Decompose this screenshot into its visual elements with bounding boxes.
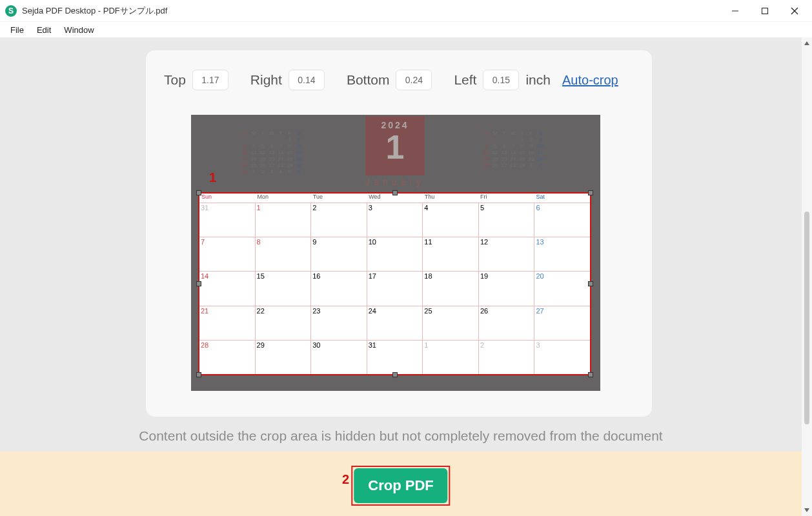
menubar: File Edit Window	[0, 22, 812, 37]
margin-controls: Top Right Bottom Left inch Auto-crop	[164, 70, 634, 90]
top-label: Top	[164, 72, 186, 88]
top-input[interactable]	[192, 70, 228, 90]
crop-help-text: Content outside the crop area is hidden …	[0, 428, 802, 444]
scroll-down-icon[interactable]	[802, 504, 812, 516]
crop-button-highlight: Crop PDF	[351, 466, 450, 506]
action-bar: Crop PDF	[0, 452, 802, 516]
app-icon: S	[5, 5, 17, 17]
crop-pdf-button[interactable]: Crop PDF	[354, 468, 447, 503]
window-controls	[720, 0, 809, 22]
right-label: Right	[250, 72, 282, 88]
vertical-scrollbar[interactable]	[802, 37, 812, 516]
content-area: Top Right Bottom Left inch Auto-crop 202…	[0, 37, 812, 516]
bottom-input[interactable]	[396, 70, 432, 90]
auto-crop-link[interactable]: Auto-crop	[562, 73, 618, 88]
menu-file[interactable]: File	[4, 24, 30, 36]
svg-rect-1	[762, 8, 768, 14]
calendar-grid: SunMonTueWedThuFriSat 311234567891011121…	[199, 194, 590, 374]
annotation-marker-2: 2	[342, 472, 349, 487]
crop-settings-card: Top Right Bottom Left inch Auto-crop 202…	[146, 50, 652, 417]
annotation-marker-1: 1	[209, 170, 216, 185]
left-input[interactable]	[483, 70, 519, 90]
menu-window[interactable]: Window	[57, 24, 100, 36]
scroll-up-icon[interactable]	[802, 37, 812, 49]
svg-marker-5	[804, 508, 809, 512]
scrollbar-thumb[interactable]	[804, 212, 809, 424]
minimize-button[interactable]	[720, 0, 750, 22]
bottom-label: Bottom	[347, 72, 390, 88]
page-preview: 2024 1 January 12 SMTWTFS123456789101112…	[191, 115, 600, 391]
menu-edit[interactable]: Edit	[30, 24, 57, 36]
svg-marker-4	[804, 41, 809, 45]
crop-selection[interactable]: SunMonTueWedThuFriSat 311234567891011121…	[199, 194, 590, 374]
maximize-button[interactable]	[750, 0, 780, 22]
window-title: Sejda PDF Desktop - PDFサンプル.pdf	[22, 5, 167, 17]
titlebar: S Sejda PDF Desktop - PDFサンプル.pdf	[0, 0, 812, 22]
left-label: Left	[454, 72, 476, 88]
close-button[interactable]	[780, 0, 809, 22]
right-input[interactable]	[289, 70, 325, 90]
unit-label: inch	[525, 72, 551, 88]
